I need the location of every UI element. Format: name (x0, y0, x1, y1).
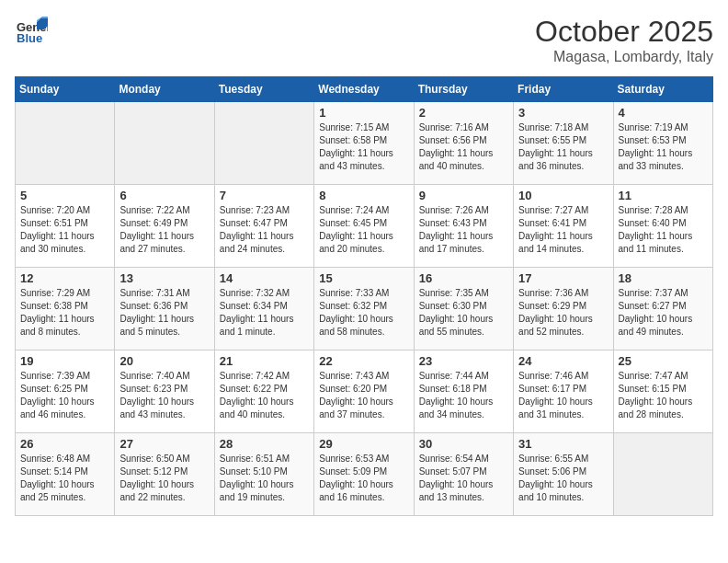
calendar-cell: 1Sunrise: 7:15 AM Sunset: 6:58 PM Daylig… (314, 102, 414, 185)
day-info: Sunrise: 7:42 AM Sunset: 6:22 PM Dayligh… (220, 370, 309, 421)
weekday-header-row: SundayMondayTuesdayWednesdayThursdayFrid… (16, 77, 713, 102)
calendar-cell: 21Sunrise: 7:42 AM Sunset: 6:22 PM Dayli… (214, 350, 313, 433)
day-info: Sunrise: 6:50 AM Sunset: 5:12 PM Dayligh… (119, 453, 209, 504)
day-number: 22 (319, 354, 408, 368)
calendar-cell (115, 102, 214, 185)
day-number: 24 (518, 354, 608, 368)
day-info: Sunrise: 7:40 AM Sunset: 6:23 PM Dayligh… (119, 370, 209, 421)
calendar-cell: 31Sunrise: 6:55 AM Sunset: 5:06 PM Dayli… (514, 433, 613, 516)
day-number: 25 (619, 354, 708, 368)
day-info: Sunrise: 7:20 AM Sunset: 6:51 PM Dayligh… (20, 204, 109, 256)
day-info: Sunrise: 7:28 AM Sunset: 6:40 PM Dayligh… (619, 204, 708, 256)
day-number: 4 (619, 106, 708, 120)
title-block: October 2025 Magasa, Lombardy, Italy (535, 15, 713, 65)
calendar-cell: 4Sunrise: 7:19 AM Sunset: 6:53 PM Daylig… (613, 102, 712, 185)
day-info: Sunrise: 7:47 AM Sunset: 6:15 PM Dayligh… (619, 370, 708, 421)
day-number: 3 (518, 106, 608, 120)
day-info: Sunrise: 7:15 AM Sunset: 6:58 PM Dayligh… (319, 121, 408, 173)
day-number: 17 (518, 271, 608, 285)
day-info: Sunrise: 7:39 AM Sunset: 6:25 PM Dayligh… (20, 370, 109, 421)
calendar-cell: 29Sunrise: 6:53 AM Sunset: 5:09 PM Dayli… (314, 433, 414, 516)
calendar-week-row: 26Sunrise: 6:48 AM Sunset: 5:14 PM Dayli… (16, 433, 713, 516)
day-number: 13 (119, 271, 209, 285)
day-info: Sunrise: 6:55 AM Sunset: 5:06 PM Dayligh… (518, 453, 608, 504)
calendar-cell: 11Sunrise: 7:28 AM Sunset: 6:40 PM Dayli… (613, 185, 712, 268)
day-info: Sunrise: 7:43 AM Sunset: 6:20 PM Dayligh… (319, 370, 408, 421)
day-info: Sunrise: 7:46 AM Sunset: 6:17 PM Dayligh… (518, 370, 608, 421)
logo-icon: General Blue (15, 15, 48, 48)
day-info: Sunrise: 7:23 AM Sunset: 6:47 PM Dayligh… (220, 204, 309, 256)
day-number: 10 (518, 189, 608, 202)
day-info: Sunrise: 7:33 AM Sunset: 6:32 PM Dayligh… (319, 287, 408, 339)
day-number: 12 (20, 271, 109, 285)
day-number: 16 (419, 271, 508, 285)
calendar-week-row: 5Sunrise: 7:20 AM Sunset: 6:51 PM Daylig… (16, 185, 713, 268)
weekday-header-sunday: Sunday (16, 77, 115, 102)
day-info: Sunrise: 7:24 AM Sunset: 6:45 PM Dayligh… (319, 204, 408, 256)
day-info: Sunrise: 6:54 AM Sunset: 5:07 PM Dayligh… (419, 453, 508, 504)
calendar-cell: 5Sunrise: 7:20 AM Sunset: 6:51 PM Daylig… (16, 185, 115, 268)
calendar-week-row: 12Sunrise: 7:29 AM Sunset: 6:38 PM Dayli… (16, 268, 713, 350)
day-info: Sunrise: 7:26 AM Sunset: 6:43 PM Dayligh… (419, 204, 508, 256)
day-number: 15 (319, 271, 408, 285)
calendar-cell (214, 102, 313, 185)
calendar-cell: 6Sunrise: 7:22 AM Sunset: 6:49 PM Daylig… (115, 185, 214, 268)
calendar-cell: 12Sunrise: 7:29 AM Sunset: 6:38 PM Dayli… (16, 268, 115, 350)
calendar-cell: 3Sunrise: 7:18 AM Sunset: 6:55 PM Daylig… (514, 102, 613, 185)
day-info: Sunrise: 7:22 AM Sunset: 6:49 PM Dayligh… (119, 204, 209, 256)
calendar-week-row: 1Sunrise: 7:15 AM Sunset: 6:58 PM Daylig… (16, 102, 713, 185)
weekday-header-saturday: Saturday (613, 77, 712, 102)
day-info: Sunrise: 7:18 AM Sunset: 6:55 PM Dayligh… (518, 121, 608, 173)
day-number: 14 (220, 271, 309, 285)
day-number: 8 (319, 189, 408, 202)
day-number: 19 (20, 354, 109, 368)
day-number: 1 (319, 106, 408, 120)
calendar-cell: 2Sunrise: 7:16 AM Sunset: 6:56 PM Daylig… (414, 102, 513, 185)
day-info: Sunrise: 7:31 AM Sunset: 6:36 PM Dayligh… (119, 287, 209, 339)
weekday-header-wednesday: Wednesday (314, 77, 414, 102)
calendar-cell (16, 102, 115, 185)
calendar-week-row: 19Sunrise: 7:39 AM Sunset: 6:25 PM Dayli… (16, 350, 713, 433)
day-info: Sunrise: 7:29 AM Sunset: 6:38 PM Dayligh… (20, 287, 109, 339)
calendar-cell (613, 433, 712, 516)
day-info: Sunrise: 7:37 AM Sunset: 6:27 PM Dayligh… (619, 287, 708, 339)
day-info: Sunrise: 7:16 AM Sunset: 6:56 PM Dayligh… (419, 121, 508, 173)
day-number: 2 (419, 106, 508, 120)
calendar-cell: 9Sunrise: 7:26 AM Sunset: 6:43 PM Daylig… (414, 185, 513, 268)
weekday-header-friday: Friday (514, 77, 613, 102)
calendar-cell: 30Sunrise: 6:54 AM Sunset: 5:07 PM Dayli… (414, 433, 513, 516)
calendar-cell: 16Sunrise: 7:35 AM Sunset: 6:30 PM Dayli… (414, 268, 513, 350)
day-number: 20 (119, 354, 209, 368)
calendar-cell: 18Sunrise: 7:37 AM Sunset: 6:27 PM Dayli… (613, 268, 712, 350)
day-info: Sunrise: 7:27 AM Sunset: 6:41 PM Dayligh… (518, 204, 608, 256)
page-header: General Blue October 2025 Magasa, Lombar… (15, 15, 713, 65)
day-number: 11 (619, 189, 708, 202)
calendar-cell: 15Sunrise: 7:33 AM Sunset: 6:32 PM Dayli… (314, 268, 414, 350)
day-info: Sunrise: 6:48 AM Sunset: 5:14 PM Dayligh… (20, 453, 109, 504)
calendar-cell: 23Sunrise: 7:44 AM Sunset: 6:18 PM Dayli… (414, 350, 513, 433)
calendar-cell: 27Sunrise: 6:50 AM Sunset: 5:12 PM Dayli… (115, 433, 214, 516)
day-number: 18 (619, 271, 708, 285)
day-number: 31 (518, 437, 608, 451)
calendar-cell: 20Sunrise: 7:40 AM Sunset: 6:23 PM Dayli… (115, 350, 214, 433)
day-info: Sunrise: 7:44 AM Sunset: 6:18 PM Dayligh… (419, 370, 508, 421)
day-number: 7 (220, 189, 309, 202)
day-number: 27 (119, 437, 209, 451)
calendar-cell: 7Sunrise: 7:23 AM Sunset: 6:47 PM Daylig… (214, 185, 313, 268)
day-info: Sunrise: 6:51 AM Sunset: 5:10 PM Dayligh… (220, 453, 309, 504)
calendar-cell: 22Sunrise: 7:43 AM Sunset: 6:20 PM Dayli… (314, 350, 414, 433)
location-title: Magasa, Lombardy, Italy (535, 49, 713, 65)
calendar-cell: 28Sunrise: 6:51 AM Sunset: 5:10 PM Dayli… (214, 433, 313, 516)
day-info: Sunrise: 7:32 AM Sunset: 6:34 PM Dayligh… (220, 287, 309, 339)
calendar-cell: 8Sunrise: 7:24 AM Sunset: 6:45 PM Daylig… (314, 185, 414, 268)
weekday-header-monday: Monday (115, 77, 214, 102)
day-number: 6 (119, 189, 209, 202)
logo: General Blue (15, 15, 48, 48)
calendar-cell: 14Sunrise: 7:32 AM Sunset: 6:34 PM Dayli… (214, 268, 313, 350)
day-number: 28 (220, 437, 309, 451)
day-number: 5 (20, 189, 109, 202)
day-info: Sunrise: 7:19 AM Sunset: 6:53 PM Dayligh… (619, 121, 708, 173)
calendar-cell: 13Sunrise: 7:31 AM Sunset: 6:36 PM Dayli… (115, 268, 214, 350)
day-number: 9 (419, 189, 508, 202)
weekday-header-thursday: Thursday (414, 77, 513, 102)
